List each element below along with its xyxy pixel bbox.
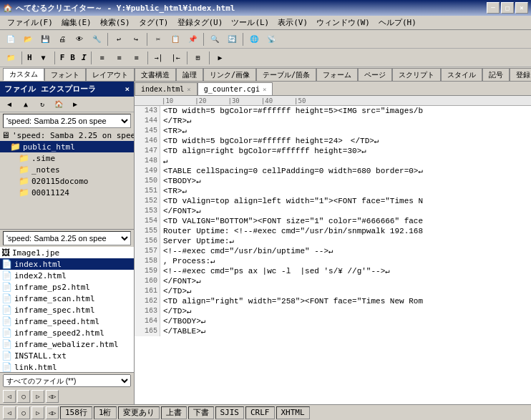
indent[interactable]: →|: [151, 51, 167, 65]
menu-edit[interactable]: 編集(E): [57, 16, 96, 29]
tab-script[interactable]: スクリプト: [392, 68, 441, 81]
align-left[interactable]: ≡: [94, 51, 110, 65]
tab-layout[interactable]: レイアウト: [86, 68, 135, 81]
tab-form[interactable]: フォーム: [316, 68, 358, 81]
tab-font[interactable]: フォント: [44, 68, 86, 81]
nav-back[interactable]: ◀: [1, 97, 17, 112]
menu-window[interactable]: ウィンドウ(W): [312, 16, 374, 29]
close-button[interactable]: ×: [515, 2, 528, 14]
tab-linkimg[interactable]: リンク/画像: [203, 68, 256, 81]
file-label-inframe-scan: inframe_scan.html: [14, 294, 95, 303]
file-inframe-speed2[interactable]: 📄 inframe_speed2.html: [0, 327, 134, 338]
table-btn[interactable]: ⊞: [190, 51, 206, 65]
code-line-151: 151 <TR>↵: [135, 186, 531, 196]
filter-select[interactable]: すべてのファイル (**): [3, 374, 131, 387]
tools-button[interactable]: 🔧: [89, 32, 104, 47]
align-right[interactable]: ≡: [129, 51, 145, 65]
tree-item-sime[interactable]: 📁 .sime: [0, 152, 134, 164]
file-image1[interactable]: 🖼 Image1.jpe: [0, 247, 134, 258]
h-dropdown[interactable]: ▼: [36, 51, 52, 65]
separator-1: [107, 33, 108, 46]
file-index[interactable]: 📄 index.html: [0, 258, 134, 270]
panel-close-icon[interactable]: ×: [125, 84, 130, 94]
nav-first[interactable]: ◁: [3, 390, 16, 403]
tree-item-public[interactable]: 📁 public_html: [0, 141, 134, 152]
open-button[interactable]: 📂: [20, 32, 36, 47]
save-button[interactable]: 💾: [37, 32, 53, 47]
tab-page[interactable]: ページ: [358, 68, 392, 81]
tab-g-counter[interactable]: g_counter.cgi ×: [198, 82, 273, 95]
title-bar-title: へてむるクリエイター～ - Y:¥public_html¥index.html: [16, 3, 235, 14]
file-inframe-scan[interactable]: 📄 inframe_scan.html: [0, 293, 134, 304]
line-content-151: <TR>↵: [160, 186, 187, 196]
file-label-inframe-web: inframe_webalizer.html: [14, 340, 119, 349]
tab-regtag[interactable]: 登録タグ: [510, 68, 531, 81]
paste-button[interactable]: 📌: [185, 32, 200, 47]
menu-tools[interactable]: ツール(L): [227, 16, 273, 29]
file-index2[interactable]: 📄 index2.html: [0, 270, 134, 281]
drive-select-top[interactable]: 'speed: Samba 2.25 on spee: [3, 114, 131, 128]
line-content-155: Router Uptime: <!--#exec cmd="/usr/bin/s…: [160, 226, 423, 236]
status-nav-first[interactable]: ◁: [3, 406, 16, 419]
explorer-more[interactable]: ▶: [67, 97, 83, 112]
file-inframe-web[interactable]: 📄 inframe_webalizer.html: [0, 338, 134, 350]
maximize-button[interactable]: □: [501, 2, 514, 14]
menu-view[interactable]: 表示(V): [273, 16, 312, 29]
print-button[interactable]: 🖨: [54, 32, 70, 47]
tab-logic[interactable]: 論理: [176, 68, 203, 81]
file-inframe-speed[interactable]: 📄 inframe_speed.html: [0, 316, 134, 327]
nav-up[interactable]: ▲: [18, 97, 34, 112]
tab-style[interactable]: スタイル: [441, 68, 482, 81]
tree-item-drive[interactable]: 🖥 'speed: Samba 2.25 on spee: [0, 130, 134, 141]
code-editor[interactable]: 143 <TD width=5 bgColor=#ffffff height=5…: [135, 106, 531, 404]
file-inframe-ps2[interactable]: 📄 inframe_ps2.html: [0, 281, 134, 293]
preview-button[interactable]: 👁: [72, 32, 87, 47]
tab-close-index[interactable]: ×: [187, 86, 190, 93]
status-nav-last[interactable]: ◁▷: [46, 406, 59, 419]
file-link[interactable]: 📄 link.html: [0, 361, 134, 372]
copy-button[interactable]: 📋: [167, 32, 183, 47]
tab-custom[interactable]: カスタム: [3, 68, 44, 81]
file-label-index2: index2.html: [14, 271, 67, 280]
code-line-150: 150 <TBODY>↵: [135, 176, 531, 186]
tree-item-docomo[interactable]: 📁 020115docomo: [0, 175, 134, 187]
nav-prev[interactable]: ○: [17, 390, 30, 403]
align-center[interactable]: ≡: [112, 51, 127, 65]
minimize-button[interactable]: ─: [487, 2, 500, 14]
tree-item-notes[interactable]: 📁 _notes: [0, 164, 134, 175]
menu-regtag[interactable]: 登録タグ(U): [173, 16, 228, 29]
tree-item-old[interactable]: 📁 00011124: [0, 187, 134, 198]
status-nav-prev[interactable]: ○: [17, 406, 30, 419]
replace-button[interactable]: 🔄: [224, 32, 240, 47]
search-button[interactable]: 🔍: [207, 32, 223, 47]
cut-button[interactable]: ✂: [150, 32, 166, 47]
explorer-button[interactable]: 📁: [3, 51, 19, 65]
menu-help[interactable]: ヘルプ(H): [374, 16, 421, 29]
status-nav-next[interactable]: ▷: [31, 406, 44, 419]
undo-button[interactable]: ↩: [111, 32, 127, 47]
browser-button[interactable]: 🌐: [246, 32, 262, 47]
tab-index-html[interactable]: index.html ×: [135, 82, 198, 95]
outdent[interactable]: |←: [168, 51, 184, 65]
tab-table[interactable]: テーブル/箇条: [256, 68, 316, 81]
separator-8: [147, 52, 148, 64]
line-num-155: 155: [135, 226, 160, 236]
home-btn[interactable]: 🏠: [51, 97, 67, 112]
menu-tag[interactable]: タグ(T): [135, 16, 173, 29]
file-inframe-spec[interactable]: 📄 inframe_spec.html: [0, 304, 134, 316]
refresh[interactable]: ↻: [34, 97, 50, 112]
more-btn[interactable]: ▶: [213, 51, 228, 65]
file-install[interactable]: 📄 INSTALL.txt: [0, 350, 134, 361]
tab-symbols[interactable]: 記号: [482, 68, 510, 81]
ftp-button[interactable]: 📡: [263, 32, 279, 47]
nav-next[interactable]: ▷: [31, 390, 44, 403]
menu-file[interactable]: ファイル(F): [3, 16, 57, 29]
drive-select-bottom[interactable]: 'speed: Samba 2.25 on spee: [3, 231, 131, 245]
separator-4: [243, 33, 243, 46]
menu-search[interactable]: 検索(S): [96, 16, 135, 29]
new-button[interactable]: 📄: [3, 32, 19, 47]
redo-button[interactable]: ↪: [128, 32, 144, 47]
tab-close-counter[interactable]: ×: [263, 86, 266, 93]
nav-last[interactable]: ◁▷: [46, 390, 59, 403]
tab-docstruct[interactable]: 文書構造: [135, 68, 176, 81]
